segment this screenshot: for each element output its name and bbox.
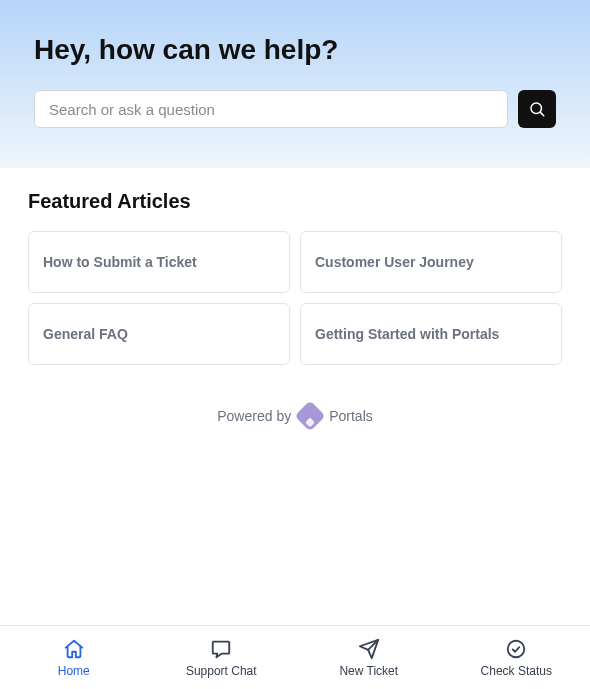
powered-prefix: Powered by — [217, 408, 291, 424]
tab-label: Check Status — [481, 664, 552, 678]
bottom-tabbar: Home Support Chat New Ticket Check Statu… — [0, 625, 590, 689]
search-row — [34, 90, 556, 128]
tab-support-chat[interactable]: Support Chat — [148, 626, 296, 689]
article-card[interactable]: How to Submit a Ticket — [28, 231, 290, 293]
powered-by: Powered by Portals — [28, 405, 562, 427]
chat-icon — [210, 638, 232, 660]
article-title: Getting Started with Portals — [315, 326, 547, 342]
article-card[interactable]: Customer User Journey — [300, 231, 562, 293]
featured-heading: Featured Articles — [28, 190, 562, 213]
hero-section: Hey, how can we help? — [0, 0, 590, 168]
tab-label: Home — [58, 664, 90, 678]
article-card[interactable]: Getting Started with Portals — [300, 303, 562, 365]
tab-label: New Ticket — [339, 664, 398, 678]
svg-point-2 — [508, 640, 525, 657]
article-card[interactable]: General FAQ — [28, 303, 290, 365]
tab-check-status[interactable]: Check Status — [443, 626, 591, 689]
tab-new-ticket[interactable]: New Ticket — [295, 626, 443, 689]
send-icon — [358, 638, 380, 660]
featured-grid: How to Submit a Ticket Customer User Jou… — [28, 231, 562, 365]
powered-brand: Portals — [329, 408, 373, 424]
spacer — [0, 427, 590, 625]
svg-line-1 — [540, 112, 543, 115]
check-status-icon — [505, 638, 527, 660]
content-section: Featured Articles How to Submit a Ticket… — [0, 168, 590, 427]
search-input[interactable] — [34, 90, 508, 128]
article-title: Customer User Journey — [315, 254, 547, 270]
home-icon — [63, 638, 85, 660]
search-icon — [528, 100, 546, 118]
tab-home[interactable]: Home — [0, 626, 148, 689]
search-button[interactable] — [518, 90, 556, 128]
hero-title: Hey, how can we help? — [34, 34, 556, 66]
tab-label: Support Chat — [186, 664, 257, 678]
article-title: How to Submit a Ticket — [43, 254, 275, 270]
article-title: General FAQ — [43, 326, 275, 342]
